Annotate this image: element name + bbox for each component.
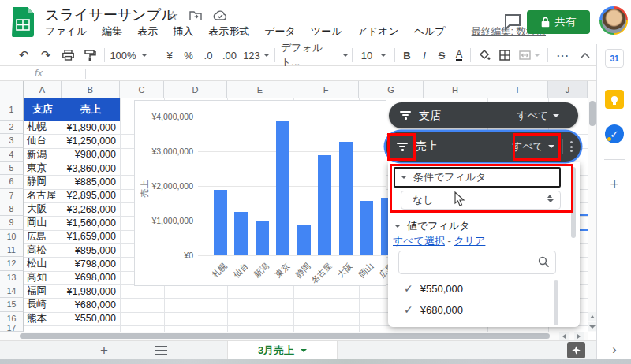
menu-item-2[interactable]: 表示 xyxy=(137,24,158,39)
cell-branch[interactable]: 札幌 xyxy=(24,121,62,134)
value-search-input[interactable] xyxy=(404,254,530,271)
row-header-2[interactable]: 2 xyxy=(0,121,24,134)
collapse-side-panel-button[interactable]: › xyxy=(605,340,624,359)
column-header-E[interactable]: E xyxy=(227,81,293,98)
cell-sales[interactable]: ¥1,659,000 xyxy=(62,230,120,243)
sheets-logo-icon[interactable] xyxy=(12,7,34,37)
slicer-menu-icon[interactable] xyxy=(570,141,573,152)
cell-sales[interactable]: ¥980,000 xyxy=(62,148,120,162)
print-button[interactable] xyxy=(58,44,77,66)
table-header-cell[interactable]: 売上 xyxy=(62,98,120,121)
menu-item-3[interactable]: 挿入 xyxy=(173,24,193,39)
sales-bar-chart[interactable]: 売上 ¥0¥1,000,000¥2,000,000¥3,000,000¥4,00… xyxy=(134,100,386,286)
tasks-icon[interactable]: ✓ xyxy=(605,124,624,143)
cell-sales[interactable]: ¥680,000 xyxy=(62,298,120,311)
horizontal-scrollbar-thumb[interactable] xyxy=(20,333,550,339)
menu-item-7[interactable]: アドオン xyxy=(357,24,398,39)
comment-icon[interactable] xyxy=(503,13,523,32)
cell-branch[interactable]: 高松 xyxy=(24,243,62,257)
paint-format-button[interactable] xyxy=(80,44,99,66)
cell-branch[interactable]: 大阪 xyxy=(24,202,62,216)
table-header-cell[interactable]: 支店 xyxy=(24,98,62,121)
bold-button[interactable]: B xyxy=(399,44,415,66)
row-header-8[interactable]: 8 xyxy=(0,202,24,216)
cell-sales[interactable]: ¥1,250,000 xyxy=(62,134,120,147)
more-toolbar-button[interactable]: ··· xyxy=(552,44,574,66)
cell-branch[interactable]: 福岡 xyxy=(24,284,62,298)
select-all-link[interactable]: すべて選択 xyxy=(393,235,445,247)
cell-sales[interactable]: ¥550,000 xyxy=(62,312,120,325)
cell-sales[interactable]: ¥1,980,000 xyxy=(62,284,120,298)
star-icon[interactable]: ☆ xyxy=(167,8,178,23)
slicer-value-dropdown[interactable]: すべて xyxy=(517,109,559,123)
menu-item-5[interactable]: データ xyxy=(264,24,296,39)
filter-value-item[interactable]: ✓¥698,000 xyxy=(404,325,463,327)
zoom-select[interactable]: 100% xyxy=(110,44,147,66)
all-sheets-icon[interactable] xyxy=(155,346,167,355)
format-currency-button[interactable]: ¥ xyxy=(161,44,178,66)
row-header-7[interactable]: 7 xyxy=(0,189,24,202)
row-header-17[interactable]: 17 xyxy=(0,325,24,332)
collapse-toolbar-button[interactable] xyxy=(576,44,595,66)
row-header-6[interactable]: 6 xyxy=(0,175,24,188)
row-header-4[interactable]: 4 xyxy=(0,148,24,162)
filter-icon[interactable] xyxy=(400,111,411,120)
grid-corner[interactable] xyxy=(0,81,24,98)
filter-by-values-header[interactable]: 値でフィルタ xyxy=(394,219,470,233)
font-size-select[interactable]: 10 xyxy=(357,44,391,66)
column-header-I[interactable]: I xyxy=(487,81,548,98)
cell-branch[interactable]: 松山 xyxy=(24,257,62,270)
strikethrough-button[interactable]: S xyxy=(434,44,450,66)
menu-item-6[interactable]: ツール xyxy=(311,24,342,39)
text-color-button[interactable]: A xyxy=(451,44,467,66)
number-format-button[interactable]: 123 xyxy=(241,44,271,66)
avatar[interactable] xyxy=(599,6,628,35)
values-list-scrollbar[interactable] xyxy=(554,280,558,325)
menu-item-1[interactable]: 編集 xyxy=(102,24,122,39)
move-folder-icon[interactable] xyxy=(189,10,202,20)
add-sheet-button[interactable]: + xyxy=(95,341,114,360)
increase-decimal-button[interactable]: .00 xyxy=(219,44,240,66)
cell-branch[interactable]: 静岡 xyxy=(24,175,62,188)
formula-bar[interactable]: fx xyxy=(0,66,631,81)
menu-item-0[interactable]: ファイル xyxy=(45,24,87,39)
row-header-3[interactable]: 3 xyxy=(0,134,24,147)
cell-branch[interactable]: 新潟 xyxy=(24,148,62,162)
cell-sales[interactable]: ¥885,000 xyxy=(62,175,120,188)
keep-icon[interactable] xyxy=(605,90,624,109)
column-header-B[interactable]: B xyxy=(62,81,120,98)
sheet-tab-menu-icon[interactable] xyxy=(301,349,307,352)
explore-button[interactable] xyxy=(567,342,585,358)
cell-branch[interactable]: 仙台 xyxy=(24,134,62,147)
cell-branch[interactable]: 岡山 xyxy=(24,216,62,229)
cell-sales[interactable]: ¥895,000 xyxy=(62,243,120,257)
scroll-right-button[interactable] xyxy=(574,332,584,340)
filter-value-item[interactable]: ✓¥550,000 xyxy=(404,282,463,295)
cell-sales[interactable]: ¥2,895,000 xyxy=(62,189,120,202)
column-header-F[interactable]: F xyxy=(293,81,359,98)
sheet-tab-active[interactable]: 3月売上 xyxy=(227,341,338,360)
cell-branch[interactable]: 熊本 xyxy=(24,312,62,325)
cell-sales[interactable]: ¥3,860,000 xyxy=(62,162,120,175)
decrease-decimal-button[interactable]: .0 xyxy=(199,44,218,66)
fill-color-button[interactable] xyxy=(475,44,494,66)
menu-item-8[interactable]: ヘルプ xyxy=(414,24,446,39)
add-addon-button[interactable]: + xyxy=(605,175,624,194)
calendar-icon[interactable]: 31 xyxy=(605,49,624,68)
cell-sales[interactable]: ¥3,268,000 xyxy=(62,202,120,216)
row-header-5[interactable]: 5 xyxy=(0,162,24,175)
column-header-D[interactable]: D xyxy=(164,81,227,98)
cell-branch[interactable]: 高知 xyxy=(24,271,62,284)
clear-link[interactable]: クリア xyxy=(454,235,485,247)
cell-sales[interactable]: ¥798,000 xyxy=(62,257,120,270)
row-header-13[interactable]: 13 xyxy=(0,271,24,284)
row-header-10[interactable]: 10 xyxy=(0,230,24,243)
scroll-left-button[interactable] xyxy=(559,332,569,340)
row-header-14[interactable]: 14 xyxy=(0,284,24,298)
column-header-H[interactable]: H xyxy=(424,81,487,98)
vertical-scrollbar-thumb[interactable] xyxy=(589,101,596,126)
column-header-C[interactable]: C xyxy=(120,81,164,98)
column-header-G[interactable]: G xyxy=(359,81,424,98)
column-header-J[interactable]: J xyxy=(548,81,588,98)
document-title[interactable]: スライサーサンプル xyxy=(45,6,175,24)
